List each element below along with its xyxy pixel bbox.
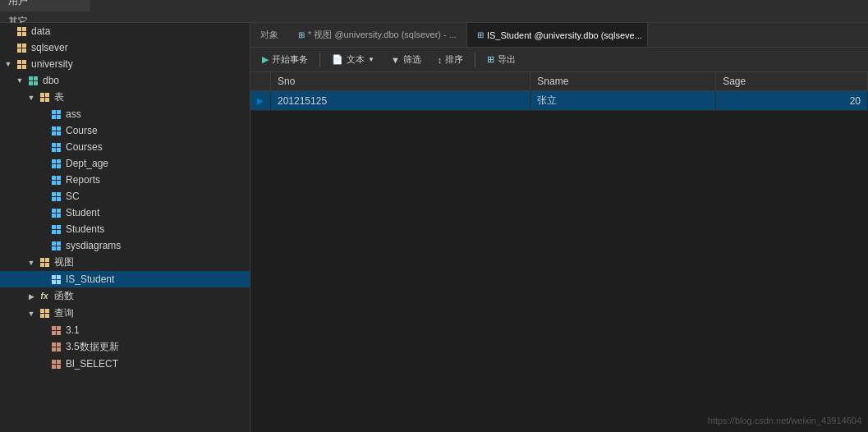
tree-arrow-Course [38, 126, 48, 136]
table-row[interactable]: ▶201215125张立20 [250, 91, 868, 111]
tree-item-sysdiagrams[interactable]: sysdiagrams [0, 237, 250, 254]
filter-icon: ▼ [391, 55, 400, 65]
tree-label-dbo: dbo [43, 75, 59, 86]
tree-item-tables_folder[interactable]: ▼表 [0, 89, 250, 106]
menu-item-用户[interactable]: 用户 [0, 0, 90, 11]
tree-label-qSELECT: Bl_SELECT [66, 358, 118, 370]
tree-item-university[interactable]: ▼university [0, 56, 250, 72]
col-sage: Sage [716, 72, 868, 91]
tree-arrow-Students [38, 224, 48, 234]
tree-arrow-tables_folder: ▼ [26, 93, 36, 103]
tree-icon-queries_folder [38, 307, 51, 320]
tree-item-queries_folder[interactable]: ▼查询 [0, 305, 250, 322]
text-label: 文本 [347, 53, 365, 66]
tree-item-qSELECT[interactable]: Bl_SELECT [0, 356, 250, 372]
tree-item-dbo[interactable]: ▼dbo [0, 72, 250, 89]
tree-label-funcs_folder: 函数 [54, 289, 74, 303]
cell-sage: 20 [716, 91, 868, 111]
tree-item-Courses[interactable]: Courses [0, 139, 250, 155]
tree-item-Reports[interactable]: Reports [0, 172, 250, 188]
tree-icon-dbo [26, 74, 39, 87]
tree-label-SC: SC [66, 191, 80, 202]
cell-sno: 201215125 [271, 91, 530, 111]
tree-icon-Reports [49, 173, 62, 186]
tree-item-views_folder[interactable]: ▼视图 [0, 254, 250, 271]
start-transaction-label: 开始事务 [272, 53, 308, 66]
tree-label-IS_Student: IS_Student [66, 273, 114, 285]
tree-item-ass[interactable]: ass [0, 106, 250, 122]
start-transaction-button[interactable]: ▶ 开始事务 [255, 51, 315, 68]
tree-icon-Students [49, 223, 62, 236]
tree-icon-Courses [49, 140, 62, 154]
text-icon: 📄 [332, 54, 343, 65]
col-sname: Sname [530, 72, 716, 91]
tree-label-sqlsever: sqlsever [31, 42, 68, 53]
tree-arrow-sysdiagrams [38, 241, 48, 250]
text-button[interactable]: 📄 文本 ▼ [325, 51, 381, 68]
tree-arrow-university: ▼ [3, 59, 13, 69]
tree-label-q35: 3.5数据更新 [66, 340, 119, 354]
tree-label-Course: Course [66, 125, 98, 136]
sort-button[interactable]: ↕ 排序 [431, 51, 471, 68]
grid-body: ▶201215125张立20 [250, 91, 868, 111]
export-button[interactable]: ⊞ 导出 [480, 51, 522, 68]
content-area: 对象 ⊞ * 视图 @university.dbo (sqlsever) - .… [250, 23, 868, 432]
tab-isstudent-label: IS_Student @university.dbo (sqlseve... [487, 30, 642, 40]
tree-item-data[interactable]: data [0, 23, 250, 39]
toolbar-divider-1 [319, 53, 320, 67]
tree-label-tables_folder: 表 [54, 90, 64, 104]
tree-label-Students: Students [66, 223, 104, 235]
tree-item-SC[interactable]: SC [0, 188, 250, 205]
tree-label-data: data [31, 25, 50, 37]
tab-view[interactable]: ⊞ * 视图 @university.dbo (sqlsever) - ... [288, 23, 467, 47]
row-indicator: ▶ [250, 91, 271, 111]
tree-arrow-Reports [38, 175, 48, 185]
tree-label-queries_folder: 查询 [54, 306, 74, 320]
tree-label-sysdiagrams: sysdiagrams [66, 240, 121, 251]
tree-label-Dept_age: Dept_age [66, 158, 108, 169]
sidebar: datasqlsever▼university▼dbo▼表assCourseCo… [0, 23, 250, 432]
tree-label-views_folder: 视图 [54, 255, 74, 269]
watermark: https://blog.csdn.net/weixin_43914604 [708, 416, 861, 425]
text-dropdown-icon: ▼ [368, 56, 374, 63]
tree-item-funcs_folder[interactable]: ▶fx函数 [0, 287, 250, 305]
tree-label-Student: Student [66, 207, 99, 218]
tree-icon-tables_folder [38, 91, 51, 104]
tree-arrow-IS_Student [38, 274, 48, 284]
tree-icon-views_folder [38, 256, 51, 269]
tree-icon-data [15, 25, 28, 38]
tree-icon-q31 [49, 324, 62, 337]
tree-item-sqlsever[interactable]: sqlsever [0, 39, 250, 56]
tree-icon-q35 [49, 341, 62, 354]
tree-item-Course[interactable]: Course [0, 122, 250, 139]
data-grid: Sno Sname Sage ▶201215125张立20 [250, 72, 868, 432]
tree-arrow-q31 [38, 325, 48, 335]
export-label: 导出 [498, 53, 516, 66]
tree-arrow-Courses [38, 142, 48, 152]
tree-arrow-qSELECT [38, 359, 48, 369]
tree-item-Dept_age[interactable]: Dept_age [0, 155, 250, 172]
table-header-row: Sno Sname Sage [250, 72, 868, 91]
result-table: Sno Sname Sage ▶201215125张立20 [250, 72, 868, 111]
tree-icon-SC [49, 190, 62, 203]
tree-icon-qSELECT [49, 357, 62, 370]
object-label: 对象 [250, 29, 288, 41]
tree-item-q31[interactable]: 3.1 [0, 322, 250, 338]
tab-isstudent[interactable]: ⊞ IS_Student @university.dbo (sqlseve... [467, 23, 648, 47]
sort-label: 排序 [445, 53, 463, 66]
tree-icon-university [15, 57, 28, 71]
tree-icon-Course [49, 124, 62, 137]
menu-bar: 连接新建查询表视图函数用户其它SQL Server 备份查询自动运行模型图表 [0, 0, 868, 23]
filter-button[interactable]: ▼ 筛选 [384, 51, 428, 68]
tree-icon-Student [49, 206, 62, 219]
tree-item-q35[interactable]: 3.5数据更新 [0, 338, 250, 356]
tree-item-IS_Student[interactable]: IS_Student [0, 271, 250, 287]
tree-item-Students[interactable]: Students [0, 221, 250, 237]
tree-arrow-funcs_folder: ▶ [26, 292, 36, 301]
tree-arrow-ass [38, 109, 48, 119]
tree-arrow-sqlsever [3, 43, 13, 53]
tree-icon-ass [49, 108, 62, 121]
tree-item-Student[interactable]: Student [0, 205, 250, 221]
tree-icon-Dept_age [49, 157, 62, 170]
tree-icon-sysdiagrams [49, 239, 62, 252]
